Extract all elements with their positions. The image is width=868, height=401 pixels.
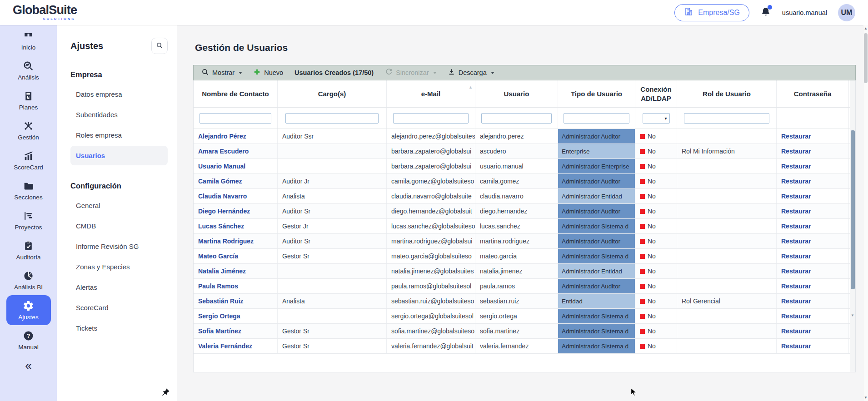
restore-password-link[interactable]: Restaurar [781, 163, 811, 170]
user-email-cell: martina.rodriguez@globalsui [387, 234, 475, 248]
column-header-email[interactable]: e-Mail▲ [387, 80, 475, 107]
user-name-cell[interactable]: Claudia Navarro [194, 189, 278, 203]
user-name-cell[interactable]: Diego Hernández [194, 204, 278, 218]
user-name-cell[interactable]: Martina Rodríguez [194, 234, 278, 248]
management-icon [23, 120, 35, 132]
sidebar-item-secciones[interactable]: Secciones [0, 175, 57, 205]
column-header-tipo[interactable]: Tipo de Usuario [558, 80, 635, 107]
sidebar-item-auditoria[interactable]: Auditoría [0, 235, 57, 265]
restore-password-link[interactable]: Restaurar [781, 148, 811, 155]
user-name-cell[interactable]: Paula Ramos [194, 279, 278, 293]
ldap-connection-cell: No [635, 219, 677, 233]
user-name-cell[interactable]: Camila Gómez [194, 174, 278, 188]
settings-item-roles-empresa[interactable]: Roles empresa [70, 125, 168, 145]
restore-password-link[interactable]: Restaurar [781, 312, 811, 320]
restore-password-link[interactable]: Restaurar [781, 178, 811, 185]
scorecard-icon [23, 150, 35, 162]
sidebar-item-proyectos[interactable]: Proyectos [0, 205, 57, 235]
settings-search-button[interactable] [151, 38, 168, 54]
restore-password-link[interactable]: Restaurar [781, 238, 811, 245]
scroll-up-arrow-icon[interactable]: ▲ [863, 26, 868, 30]
filter-usuario-input[interactable] [481, 113, 552, 124]
column-header-conexion[interactable]: Conexión AD/LDAP [635, 80, 677, 107]
pin-panel-button[interactable] [161, 387, 170, 398]
settings-item-datos-empresa[interactable]: Datos empresa [70, 84, 168, 104]
user-name-cell[interactable]: Sofía Martínez [194, 324, 278, 338]
settings-item-tickets[interactable]: Tickets [70, 318, 168, 338]
settings-item-subentidades[interactable]: Subentidades [70, 105, 168, 124]
company-sg-button[interactable]: Empresa/SG [674, 4, 749, 21]
users-table: Nombre de ContactoCargo(s)e-Mail▲Usuario… [193, 80, 856, 372]
sidebar-item-analisis-bi[interactable]: Análisis BI [0, 265, 57, 295]
ldap-no-indicator [640, 134, 645, 139]
column-header-cargos[interactable]: Cargo(s) [278, 80, 387, 107]
settings-item-informe-revision-sg[interactable]: Informe Revisión SG [70, 237, 168, 256]
password-cell: Restaurar [777, 219, 849, 233]
user-name-cell[interactable]: Alejandro Pérez [194, 129, 278, 144]
restore-password-link[interactable]: Restaurar [781, 327, 811, 335]
settings-item-cmdb[interactable]: CMDB [70, 216, 168, 236]
column-header-nombre[interactable]: Nombre de Contacto [194, 80, 278, 107]
restore-password-link[interactable]: Restaurar [781, 208, 811, 215]
restore-password-link[interactable]: Restaurar [781, 193, 811, 200]
column-header-usuario[interactable]: Usuario [475, 80, 558, 107]
sidebar-item-ajustes[interactable]: Ajustes [6, 295, 51, 325]
filter-nombre-input[interactable] [200, 113, 271, 124]
sync-button[interactable]: Sincronizar [381, 68, 441, 77]
sidebar-item-scorecard[interactable]: ScoreCard [0, 145, 57, 175]
user-name-cell[interactable]: Sergio Ortega [194, 309, 278, 323]
settings-item-scorecard[interactable]: ScoreCard [70, 298, 168, 317]
page-scrollbar[interactable]: ▲ ▼ [863, 25, 868, 401]
filter-cargos-input[interactable] [285, 113, 379, 124]
sidebar-item-planes[interactable]: Planes [0, 85, 57, 115]
restore-password-link[interactable]: Restaurar [781, 223, 811, 230]
user-avatar[interactable]: UM [838, 4, 855, 21]
download-button[interactable]: Descarga [444, 68, 499, 77]
settings-item-usuarios[interactable]: Usuarios [70, 146, 168, 165]
ldap-no-indicator [640, 209, 645, 214]
user-cargo-cell [278, 159, 387, 173]
settings-item-alertas[interactable]: Alertas [70, 277, 168, 297]
user-email-cell: barbara.zapatero@globalsui [387, 144, 475, 158]
filter-tipo-input[interactable] [564, 113, 629, 124]
settings-item-zonas-y-especies[interactable]: Zonas y Especies [70, 257, 168, 277]
restore-password-link[interactable]: Restaurar [781, 342, 811, 350]
settings-icon [23, 300, 35, 312]
user-name-cell[interactable]: Usuario Manual [194, 159, 278, 173]
restore-password-link[interactable]: Restaurar [781, 267, 811, 275]
column-header-contrasena[interactable]: Contraseña [777, 80, 849, 107]
user-name-cell[interactable]: Amara Escudero [194, 144, 278, 158]
sidebar-item-gestion[interactable]: Gestión [0, 115, 57, 145]
user-name-cell[interactable]: Valeria Fernández [194, 339, 278, 353]
table-scrollbar-thumb[interactable] [851, 130, 855, 289]
new-button[interactable]: Nuevo [249, 68, 287, 77]
filter-conexion-select[interactable]: ▾ [643, 113, 670, 124]
show-button[interactable]: Mostrar [197, 68, 246, 77]
main-content: Gestión de Usuarios Mostrar Nuevo Usuari… [177, 25, 868, 401]
user-username-cell: alejandro.perez [475, 129, 558, 144]
settings-item-general[interactable]: General [70, 196, 168, 215]
user-name-cell[interactable]: Lucas Sánchez [194, 219, 278, 233]
scroll-down-arrow-icon[interactable]: ▼ [863, 396, 868, 400]
column-header-rol[interactable]: Rol de Usuario [677, 80, 777, 107]
password-cell: Restaurar [777, 294, 849, 308]
user-name-cell[interactable]: Natalia Jiménez [194, 264, 278, 278]
filter-email-input[interactable] [393, 113, 469, 124]
sidebar-item-inicio[interactable]: Inicio [0, 25, 57, 55]
sidebar-item-manual[interactable]: ? Manual [0, 325, 57, 355]
sidebar-item-analisis[interactable]: Análisis [0, 55, 57, 85]
chevron-down-icon [491, 72, 494, 74]
pin-icon [161, 391, 170, 398]
user-name-cell[interactable]: Sebastián Ruiz [194, 294, 278, 308]
user-name-cell[interactable]: Mateo García [194, 249, 278, 263]
restore-password-link[interactable]: Restaurar [781, 297, 811, 305]
collapse-sidebar-button[interactable]: « [25, 359, 31, 373]
filter-rol-input[interactable] [684, 113, 769, 124]
scroll-down-arrow-icon[interactable]: ▼ [851, 313, 854, 317]
table-scrollbar[interactable]: ▼ [850, 80, 855, 372]
notifications-bell[interactable] [760, 6, 771, 19]
restore-password-link[interactable]: Restaurar [781, 282, 811, 290]
restore-password-link[interactable]: Restaurar [781, 252, 811, 260]
restore-password-link[interactable]: Restaurar [781, 133, 811, 140]
page-scrollbar-thumb[interactable] [864, 33, 868, 83]
